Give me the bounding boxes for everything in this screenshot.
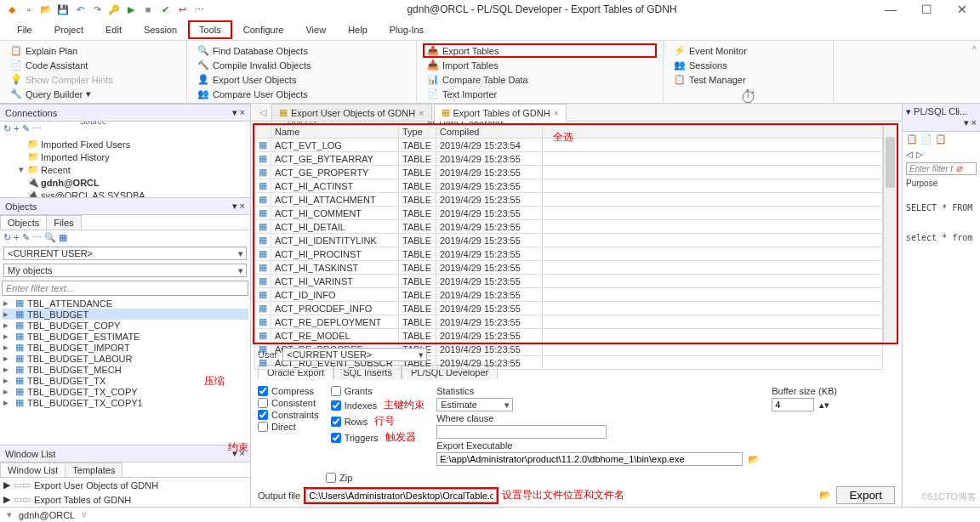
chk-consistent[interactable]: Consistent — [258, 398, 319, 408]
rollback-icon[interactable]: ↩ — [175, 3, 189, 16]
list-item[interactable]: ▸▦TBL_BUDGET_LABOUR — [2, 353, 248, 364]
output-file-input[interactable] — [305, 489, 497, 502]
table-row[interactable]: ▦ACT_HI_VARINSTTABLE2019/4/29 15:23:55 — [255, 275, 883, 288]
my-objects-select[interactable]: My objects — [3, 264, 247, 277]
table-row[interactable]: ▦ACT_RE_MODELTABLE2019/4/29 15:23:55 — [255, 329, 883, 343]
list-item[interactable]: ▸▦TBL_BUDGET_COPY — [2, 320, 248, 331]
nav-right-icon[interactable]: ▷ — [916, 150, 923, 159]
list-item[interactable]: ▸▦TBL_BUDGET_ESTIMATE — [2, 331, 248, 342]
menu-configure[interactable]: Configure — [233, 21, 294, 38]
tab-files[interactable]: Files — [46, 215, 81, 230]
list-item[interactable]: ▸▦TBL_BUDGET_TX_COPY1 — [2, 397, 248, 408]
undo-icon[interactable]: ↶ — [73, 3, 87, 16]
table-row[interactable]: ▦ACT_HI_TASKINSTTABLE2019/4/29 15:23:55 — [255, 261, 883, 275]
close-icon[interactable]: × — [554, 108, 559, 118]
menu-edit[interactable]: Edit — [95, 21, 132, 38]
tab-windowlist[interactable]: Window List — [0, 462, 66, 477]
maximize-button[interactable]: ☐ — [914, 3, 939, 16]
list-item[interactable]: ▸▦TBL_BUDGET_IMPORT — [2, 342, 248, 353]
table-row[interactable]: ▦ACT_PROCDEF_INFOTABLE2019/4/29 15:23:55 — [255, 302, 883, 315]
connections-tree[interactable]: 📁Imported Fixed Users 📁Imported History … — [0, 136, 250, 197]
exec-input[interactable] — [436, 452, 743, 466]
window-list[interactable]: ▶▭▭Export User Objects of GDNH ▶▭▭Export… — [0, 478, 250, 507]
compile-invalid[interactable]: 🔨 Compile Invalid Objects — [194, 59, 409, 71]
clip-toolbar[interactable]: 📋 📄 📋 — [903, 132, 980, 146]
import-tables[interactable]: 📥 Import Tables — [424, 59, 656, 71]
tab-nav-left-icon[interactable]: ◁ — [254, 105, 271, 121]
menu-tools[interactable]: Tools — [189, 21, 231, 38]
objects-toolbar[interactable]: ↻ + ✎ ⋯ 🔍 ▦ — [0, 230, 250, 245]
buffer-input[interactable] — [772, 398, 814, 411]
chk-grants[interactable]: Grants — [331, 386, 425, 396]
chk-indexes[interactable]: Indexes主键约束 — [331, 398, 425, 412]
chk-direct[interactable]: Direct — [258, 422, 319, 432]
compiler-hints[interactable]: 💡 Show Compiler Hints — [7, 73, 179, 86]
table-row[interactable]: ▦ACT_RE_DEPLOYMENTTABLE2019/4/29 15:23:5… — [255, 315, 883, 329]
user-select[interactable]: <CURRENT USER> — [282, 348, 427, 361]
stop-icon[interactable]: ■ — [141, 3, 155, 16]
objects-filter[interactable]: Enter filter text... — [2, 281, 248, 296]
compare-user-objects[interactable]: 👥 Compare User Objects — [194, 88, 409, 100]
table-row[interactable]: ▦ACT_HI_PROCINSTTABLE2019/4/29 15:23:55 — [255, 247, 883, 261]
commit-icon[interactable]: ✔ — [158, 3, 172, 16]
current-user-select[interactable]: <CURRENT USER> — [3, 247, 247, 260]
save-icon[interactable]: 💾 — [56, 3, 70, 16]
objects-list[interactable]: ▸▦TBL_ATTENDANCE▸▦TBL_BUDGET▸▦TBL_BUDGET… — [0, 298, 250, 445]
chk-triggers[interactable]: Triggers触发器 — [331, 430, 425, 445]
more-icon[interactable]: ⋯ — [192, 3, 206, 16]
stats-select[interactable]: Estimate — [436, 398, 513, 411]
menu-plugins[interactable]: Plug-Ins — [379, 21, 434, 38]
close-icon[interactable]: × — [419, 108, 424, 118]
table-row[interactable]: ▦ACT_HI_COMMENTTABLE2019/4/29 15:23:55 — [255, 207, 883, 220]
text-importer[interactable]: 📄 Text Importer — [424, 88, 656, 100]
new-icon[interactable]: ▫ — [22, 3, 36, 16]
doctab-export-user-objects[interactable]: ▦Export User Objects of GDNH× — [271, 104, 432, 121]
table-row[interactable]: ▦ACT_HI_DETAILTABLE2019/4/29 15:23:55 — [255, 220, 883, 234]
doctab-export-tables[interactable]: ▦Export Tables of GDNH× — [434, 104, 567, 122]
redo-icon[interactable]: ↷ — [90, 3, 104, 16]
key-icon[interactable]: 🔑 — [107, 3, 121, 16]
menu-help[interactable]: Help — [338, 21, 378, 38]
table-row[interactable]: ▦ACT_HI_ACTINSTTABLE2019/4/29 15:23:55 — [255, 179, 883, 193]
chk-constraints[interactable]: Constraints — [258, 410, 319, 420]
windowlist-tabs[interactable]: Window List Templates — [0, 462, 250, 478]
tab-objects[interactable]: Objects — [0, 215, 47, 230]
query-builder[interactable]: 🔧 Query Builder ▾ — [7, 88, 179, 100]
chk-rows[interactable]: Rows行号 — [331, 414, 425, 428]
right-filter[interactable]: Enter filter t ⊘ — [906, 162, 977, 175]
minimize-button[interactable]: — — [878, 3, 903, 16]
open-icon[interactable]: 📂 — [39, 3, 53, 16]
vertical-scrollbar[interactable] — [883, 125, 897, 343]
compare-table-data[interactable]: 📊 Compare Table Data — [424, 73, 656, 86]
table-row[interactable]: ▦ACT_GE_BYTEARRAYTABLE2019/4/29 15:23:55 — [255, 152, 883, 166]
explain-plan[interactable]: 📋 Explain Plan — [7, 44, 179, 57]
chk-compress[interactable]: Compress — [258, 386, 319, 396]
export-user-objects[interactable]: 👤 Export User Objects — [194, 73, 409, 86]
browse-output-icon[interactable]: 📂 — [819, 490, 831, 501]
export-tables[interactable]: 📤 Export Tables — [424, 44, 656, 57]
table-row[interactable]: ▦ACT_HI_ATTACHMENTTABLE2019/4/29 15:23:5… — [255, 193, 883, 207]
tables-grid[interactable]: Name Type Compiled ▦ACT_EVT_LOGTABLE2019… — [254, 125, 883, 370]
nav-left-icon[interactable]: ◁ — [906, 150, 913, 159]
code-assistant[interactable]: 📄 Code Assistant — [7, 59, 179, 71]
list-item[interactable]: ▸▦TBL_BUDGET — [2, 309, 248, 320]
find-db-objects[interactable]: 🔍 Find Database Objects — [194, 44, 409, 57]
stepper-icon[interactable]: ▴▾ — [819, 400, 829, 411]
test-manager[interactable]: 📋 Test Manager — [670, 73, 826, 86]
tab-templates[interactable]: Templates — [65, 462, 122, 477]
objects-tabs[interactable]: Objects Files — [0, 215, 250, 230]
table-row[interactable]: ▦ACT_HI_IDENTITYLINKTABLE2019/4/29 15:23… — [255, 234, 883, 247]
sessions[interactable]: 👥 Sessions — [670, 59, 826, 71]
table-row[interactable]: ▦ACT_ID_INFOTABLE2019/4/29 15:23:55 — [255, 288, 883, 302]
menu-file[interactable]: File — [7, 21, 43, 38]
where-input[interactable] — [436, 425, 607, 439]
menu-session[interactable]: Session — [134, 21, 187, 38]
chk-zip[interactable]: Zip — [326, 473, 352, 483]
export-button[interactable]: Export — [836, 486, 895, 504]
run-icon[interactable]: ▶ — [124, 3, 138, 16]
menu-view[interactable]: View — [295, 21, 336, 38]
list-item[interactable]: ▸▦TBL_ATTENDANCE — [2, 298, 248, 309]
browse-icon[interactable]: 📂 — [748, 454, 760, 465]
event-monitor[interactable]: ⚡ Event Monitor — [670, 44, 826, 57]
connections-toolbar[interactable]: ↻ + ✎ ⋯ — [0, 122, 250, 136]
